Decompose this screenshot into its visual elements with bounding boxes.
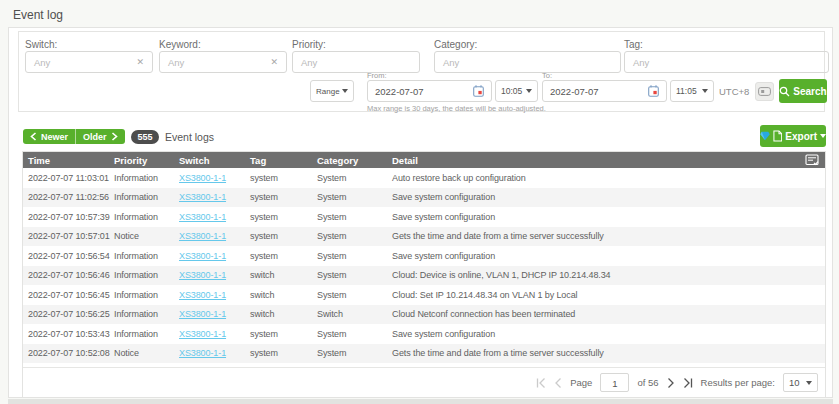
chevron-down-icon: [526, 89, 532, 93]
filter-input-tag[interactable]: Any: [624, 51, 829, 73]
cell-tag: system: [250, 192, 317, 202]
cell-tag: system: [250, 173, 317, 183]
first-page-button[interactable]: [536, 378, 546, 388]
chevron-left-icon: [30, 132, 37, 141]
switch-link[interactable]: XS3800-1-1: [179, 290, 226, 300]
switch-link[interactable]: XS3800-1-1: [179, 173, 226, 183]
reset-range-button[interactable]: [755, 82, 774, 101]
cell-tag: system: [250, 231, 317, 241]
search-label: Search: [793, 86, 826, 97]
cell-time: 2022-07-07 10:56:25: [28, 309, 114, 319]
filter-input-category[interactable]: Any: [434, 51, 621, 73]
cell-category: System: [317, 251, 392, 261]
count-label: Event logs: [165, 131, 214, 143]
cell-priority: Information: [114, 212, 179, 222]
cell-time: 2022-07-07 10:57:39: [28, 212, 114, 222]
table-row: 2022-07-07 10:56:45InformationXS3800-1-1…: [23, 285, 825, 305]
filter-input-priority[interactable]: Any: [292, 51, 420, 73]
switch-link[interactable]: XS3800-1-1: [179, 212, 226, 222]
cell-detail: Cloud: Device is online, VLAN 1, DHCP IP…: [392, 270, 825, 280]
cell-priority: Information: [114, 251, 179, 261]
export-button[interactable]: Export: [760, 125, 826, 147]
page-input[interactable]: 1: [600, 373, 629, 392]
switch-link[interactable]: XS3800-1-1: [179, 251, 226, 261]
chevron-down-icon: [342, 89, 348, 93]
gem-icon: [760, 131, 770, 141]
cell-detail: Gets the time and date from a time serve…: [392, 348, 825, 358]
table-row: 2022-07-07 10:57:01NoticeXS3800-1-1syste…: [23, 227, 825, 247]
cell-detail: Save system configuration: [392, 192, 825, 202]
filter-input-switch[interactable]: Any✕: [25, 51, 153, 73]
cell-detail: Cloud: Set IP 10.214.48.34 on VLAN 1 by …: [392, 290, 825, 300]
placeholder: Any: [34, 57, 136, 68]
filter-label-keyword: Keyword:: [159, 39, 201, 50]
results-per-page-label: Results per page:: [701, 377, 775, 388]
switch-link[interactable]: XS3800-1-1: [179, 309, 226, 319]
content-card: Switch:Any✕Keyword:Any✕Priority:AnyCateg…: [8, 27, 833, 398]
cell-detail: Cloud Netconf connection has been termin…: [392, 309, 825, 319]
range-mode-select[interactable]: Range: [310, 80, 354, 102]
newer-button[interactable]: Newer: [23, 129, 75, 144]
results-per-page-value: 10: [789, 377, 800, 388]
timezone-label: UTC+8: [719, 86, 749, 97]
table-row: 2022-07-07 10:56:46InformationXS3800-1-1…: [23, 266, 825, 286]
older-button[interactable]: Older: [75, 129, 125, 144]
last-page-button[interactable]: [683, 378, 693, 388]
cell-category: System: [317, 270, 392, 280]
export-file-icon: [773, 130, 782, 142]
to-time-select[interactable]: 11:05: [670, 80, 714, 102]
table-row: 2022-07-07 10:52:08NoticeXS3800-1-1syste…: [23, 344, 825, 364]
cell-detail: Gets the time and date from a time serve…: [392, 231, 825, 241]
customize-columns-icon[interactable]: [805, 154, 819, 167]
table-footer: Page 1 of 56 Results per page: 10: [23, 367, 825, 397]
count-badge: 555: [131, 130, 159, 144]
filter-label-priority: Priority:: [292, 39, 326, 50]
clear-icon[interactable]: ✕: [136, 57, 144, 67]
cell-priority: Information: [114, 309, 179, 319]
cell-time: 2022-07-07 11:03:01: [28, 173, 114, 183]
cell-detail: Auto restore back up configuration: [392, 173, 825, 183]
prev-page-button[interactable]: [554, 378, 562, 388]
table-header: TimePrioritySwitchTagCategoryDetail: [23, 152, 825, 168]
search-button[interactable]: Search: [779, 79, 827, 103]
from-date-input[interactable]: 2022-07-07: [367, 80, 492, 102]
cell-category: System: [317, 212, 392, 222]
from-time-value: 10:05: [501, 86, 522, 96]
cell-time: 2022-07-07 10:56:45: [28, 290, 114, 300]
from-date-value: 2022-07-07: [375, 86, 424, 97]
table-body: 2022-07-07 11:03:01InformationXS3800-1-1…: [23, 168, 825, 367]
cell-tag: system: [250, 348, 317, 358]
range-note: Max range is 30 days, the dates will be …: [367, 104, 546, 113]
filter-label-tag: Tag:: [624, 39, 643, 50]
switch-link[interactable]: XS3800-1-1: [179, 329, 226, 339]
cell-priority: Information: [114, 329, 179, 339]
newer-label: Newer: [41, 132, 68, 142]
from-time-select[interactable]: 10:05: [495, 80, 538, 102]
cell-priority: Information: [114, 192, 179, 202]
next-page-button[interactable]: [667, 378, 675, 388]
export-label: Export: [785, 131, 817, 142]
switch-link[interactable]: XS3800-1-1: [179, 231, 226, 241]
page-of-label: of 56: [637, 377, 658, 388]
filter-label-switch: Switch:: [25, 39, 57, 50]
column-header-category: Category: [317, 155, 392, 166]
filter-input-keyword[interactable]: Any✕: [159, 51, 287, 73]
switch-link[interactable]: XS3800-1-1: [179, 348, 226, 358]
filter-label-category: Category:: [434, 39, 477, 50]
cell-priority: Notice: [114, 231, 179, 241]
calendar-icon: [648, 85, 659, 97]
to-date-input[interactable]: 2022-07-07: [542, 80, 667, 102]
cell-time: 2022-07-07 11:02:56: [28, 192, 114, 202]
table-row: 2022-07-07 10:56:25InformationXS3800-1-1…: [23, 305, 825, 325]
to-time-value: 11:05: [676, 86, 697, 96]
results-per-page-select[interactable]: 10: [783, 373, 818, 392]
chevron-down-icon: [702, 89, 708, 93]
table-row: 2022-07-07 11:03:01InformationXS3800-1-1…: [23, 168, 825, 188]
cell-tag: switch: [250, 309, 317, 319]
cell-tag: system: [250, 251, 317, 261]
switch-link[interactable]: XS3800-1-1: [179, 192, 226, 202]
switch-link[interactable]: XS3800-1-1: [179, 270, 226, 280]
clear-icon[interactable]: ✕: [270, 57, 278, 67]
cell-tag: switch: [250, 270, 317, 280]
table-row: 2022-07-07 10:56:54InformationXS3800-1-1…: [23, 246, 825, 266]
